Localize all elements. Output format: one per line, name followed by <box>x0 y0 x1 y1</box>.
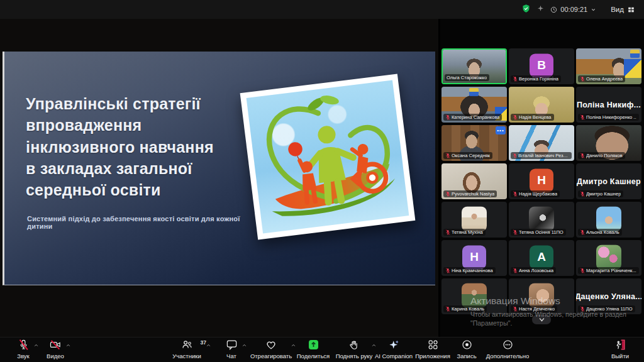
participant-tile[interactable]: ННадія Щербакова <box>509 163 574 199</box>
toolbar-chat-button[interactable]: Чат <box>216 339 247 361</box>
participant-name-label: Данило Поляков <box>578 152 625 159</box>
avatar-initial: В <box>530 53 553 77</box>
participant-tile[interactable]: Карина Коваль <box>441 278 507 314</box>
shared-screen-area: Управлінські стратегії впровадження інкл… <box>0 19 438 337</box>
toolbar-audio-button[interactable]: Звук <box>8 339 39 361</box>
participant-tile[interactable]: Тетяна Мухіна <box>441 202 507 238</box>
ellipsis-icon <box>502 339 514 353</box>
participant-name-label: Маргарита Різниченк... <box>578 267 639 274</box>
toolbar-button-label: Поделиться <box>297 353 330 359</box>
mic-muted-icon <box>513 268 518 273</box>
meeting-top-bar: 00:09:21 Вид <box>0 0 644 19</box>
participant-name-label: Дмитро Кашнер <box>578 190 623 197</box>
mic-muted-icon <box>580 153 585 158</box>
participant-tile[interactable]: Даценко Уляна...Даценко Уляна 11ПО <box>576 278 641 314</box>
participant-tile[interactable]: Тетяна Осіння 11ПО <box>509 202 574 238</box>
participant-tile[interactable]: Ольга Старокожко <box>441 48 507 84</box>
participant-tile[interactable]: Надія Венцева <box>509 87 574 123</box>
ai-companion-indicator-icon[interactable] <box>536 4 545 15</box>
toolbar-button-label: Звук <box>17 353 29 359</box>
participant-name-label: Настя Демченко <box>511 305 557 312</box>
mic-muted-icon <box>580 114 585 120</box>
participant-name-label: Надія Венцева <box>511 114 554 121</box>
participant-name-label: Тетяна Осіння 11ПО <box>511 229 566 236</box>
heart-icon <box>265 339 277 353</box>
toolbar-button-label: Приложения <box>415 353 450 359</box>
chevron-up-icon[interactable] <box>33 343 39 348</box>
avatar-photo <box>529 206 554 231</box>
avatar-initial: А <box>530 245 553 269</box>
mic-muted-icon <box>513 229 518 235</box>
toolbar-button-label: Отреагировать <box>250 353 292 359</box>
people-icon <box>181 339 193 353</box>
toolbar-share-button[interactable]: Поделиться <box>293 339 333 361</box>
toolbar-participants-button[interactable]: 37Участники <box>162 339 211 361</box>
slide-title: Управлінські стратегії впровадження інкл… <box>26 93 277 200</box>
participant-name-label: Ольга Старокожко <box>445 74 489 81</box>
share-green-icon <box>308 339 319 353</box>
toolbar-ai-button[interactable]: AI Companion <box>372 339 416 361</box>
participants-panel: Ольга СтарокожкоВВероніка ГорянінаОлена … <box>440 19 644 337</box>
zoom-meeting-window: 00:09:21 Вид Управлінські стратегії впро… <box>0 0 644 362</box>
participant-tile[interactable]: Олена Андрєєва <box>576 48 641 84</box>
participant-tile[interactable]: Настя Демченко <box>509 278 574 314</box>
toolbar-video-button[interactable]: Видео <box>40 339 71 361</box>
participant-tile[interactable]: ААнна Лозовська <box>509 240 574 276</box>
gallery-grid-icon <box>627 6 635 14</box>
participant-tile[interactable]: Дмитро КашнерДмитро Кашнер <box>576 163 641 199</box>
participant-tile[interactable]: ННіна Крамчанінова <box>441 240 507 276</box>
participant-tile[interactable]: Маргарита Різниченк... <box>576 240 641 276</box>
scroll-participants-down-button[interactable] <box>532 315 551 324</box>
exit-door-icon <box>614 339 626 353</box>
mic-muted-icon <box>580 76 585 82</box>
avatar-photo <box>462 206 487 231</box>
security-shield-icon[interactable] <box>521 4 531 16</box>
mic-muted-icon <box>513 153 517 158</box>
participant-name-label: Тетяна Мухіна <box>443 229 486 236</box>
toolbar-react-button[interactable]: Отреагировать <box>246 339 296 361</box>
meeting-timer[interactable]: 00:09:21 <box>550 6 596 13</box>
slide-subtitle: Системний підхід до забезпечення якості … <box>27 215 253 230</box>
participant-tile[interactable]: Pyvovarchuk Nastya <box>441 163 507 199</box>
mic-muted-icon <box>445 114 450 120</box>
inclusion-emblem-picture <box>240 74 416 240</box>
mic-muted-icon <box>580 268 585 273</box>
toolbar-leave-button[interactable]: Выйти <box>600 339 640 361</box>
participant-name-label: Віталій Іванович Резніче... <box>511 152 572 159</box>
participant-tile[interactable]: •••Оксана Середняк <box>441 125 507 161</box>
clock-icon <box>550 6 557 13</box>
mic-muted-icon <box>445 153 450 158</box>
toolbar-button-label: Запись <box>457 353 476 359</box>
toolbar-button-label: Дополнительно <box>486 353 529 359</box>
view-button-label: Вид <box>611 6 624 13</box>
participant-tile[interactable]: Катерина Сапранкова <box>441 87 507 123</box>
mic-muted-icon <box>580 306 585 312</box>
view-button[interactable]: Вид <box>611 6 635 14</box>
toolbar-record-button[interactable]: Запись <box>447 339 486 361</box>
participant-tile[interactable]: Альона Коваль <box>576 202 641 238</box>
mic-muted-icon <box>580 191 585 197</box>
avatar-initial: Н <box>462 245 486 269</box>
toolbar-raise-button[interactable]: Поднять руку <box>331 339 377 361</box>
more-dots-badge[interactable]: ••• <box>496 126 506 134</box>
participant-name-label: Ніна Крамчанінова <box>443 267 496 274</box>
participant-name-label: Вероніка Горяніна <box>511 75 561 82</box>
participant-tile[interactable]: Віталій Іванович Резніче... <box>509 125 574 161</box>
toolbar-more-button[interactable]: Дополнительно <box>481 339 534 361</box>
toolbar-button-label: Участники <box>172 353 201 359</box>
chevron-up-icon[interactable] <box>206 343 211 348</box>
participant-tile[interactable]: Поліна Никиф...Поліна Никифоренко .. <box>576 87 641 123</box>
chevron-up-icon[interactable] <box>65 343 71 348</box>
mic-muted-icon <box>580 229 585 235</box>
participant-tile[interactable]: ВВероніка Горяніна <box>509 48 574 84</box>
avatar-photo <box>462 283 487 308</box>
participant-name-label: Катерина Сапранкова <box>443 114 502 121</box>
mic-off-icon <box>18 339 30 353</box>
mic-muted-icon <box>445 268 450 273</box>
participant-name-label: Надія Щербакова <box>511 190 560 197</box>
participant-tile[interactable]: Данило Поляков <box>576 125 641 161</box>
meeting-toolbar: ЗвукВидео37УчастникиЧатОтреагироватьПоде… <box>0 337 644 362</box>
mic-muted-icon <box>445 191 450 197</box>
avatar-photo <box>596 206 621 231</box>
toolbar-button-label: AI Companion <box>375 353 413 359</box>
